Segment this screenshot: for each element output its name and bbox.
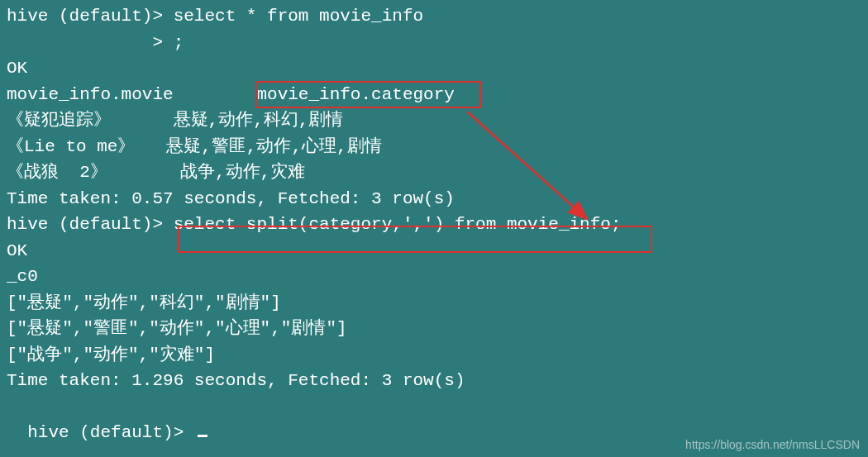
terminal-line-9: hive (default)> select split(category,',… [7,212,861,238]
terminal-line-2: > ; [7,30,861,56]
terminal-line-1: hive (default)> select * from movie_info [7,3,861,30]
terminal-line-10: OK [7,238,861,264]
terminal-line-14: ["战争","动作","灾难"] [7,342,861,369]
terminal-line-11: _c0 [7,264,861,290]
terminal-line-6: 《Lie to me》 悬疑,警匪,动作,心理,剧情 [7,134,861,160]
terminal-line-12: ["悬疑","动作","科幻","剧情"] [7,290,861,317]
prompt-text: hive (default)> [27,423,194,442]
terminal-line-7: 《战狼 2》 战争,动作,灾难 [7,159,861,186]
terminal-line-15: Time taken: 1.296 seconds, Fetched: 3 ro… [7,368,861,394]
terminal-line-8: Time taken: 0.57 seconds, Fetched: 3 row… [7,186,861,212]
terminal-line-3: OK [7,55,861,82]
watermark-text: https://blog.csdn.net/nmsLLCSDN [685,436,860,454]
terminal-line-5: 《疑犯追踪》 悬疑,动作,科幻,剧情 [7,107,861,134]
terminal-line-4: movie_info.movie movie_info.category [7,82,861,108]
cursor-icon [198,435,207,437]
terminal-line-13: ["悬疑","警匪","动作","心理","剧情"] [7,316,861,342]
